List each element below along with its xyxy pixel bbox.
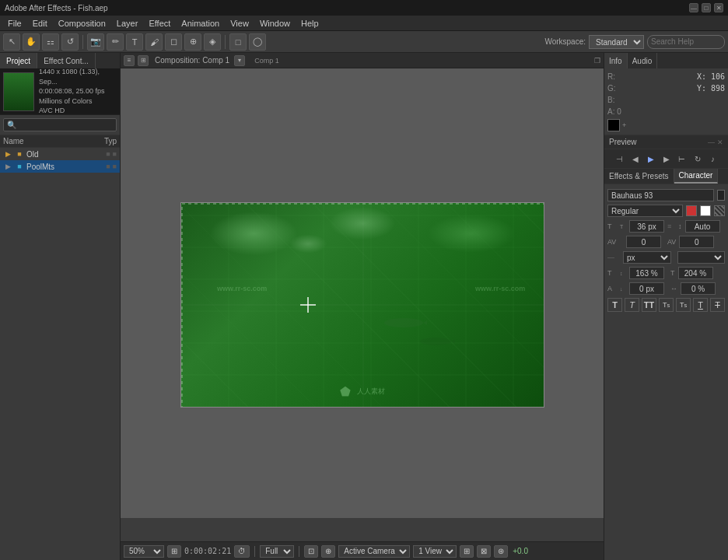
transport-step-back[interactable]: ◀: [629, 152, 642, 165]
tool-pen[interactable]: ✏: [107, 33, 124, 51]
horiz-scale-input[interactable]: [678, 267, 713, 279]
project-item-old[interactable]: ▶ ■ Old ■ ■: [0, 148, 120, 160]
info-g-label: G:: [607, 84, 616, 93]
menu-animation[interactable]: Animation: [177, 17, 224, 30]
camera-select[interactable]: Active Camera: [338, 545, 410, 558]
menu-view[interactable]: View: [226, 17, 254, 30]
resolution-btn[interactable]: ⊞: [167, 545, 181, 558]
vert-scale-input[interactable]: [629, 267, 664, 279]
menu-window[interactable]: Window: [255, 17, 295, 30]
info-color-section: R: G: B: A: 0: [607, 72, 725, 117]
view-select[interactable]: 1 View: [413, 545, 457, 558]
horiz-scale-icon: T: [670, 269, 675, 277]
preview-close-icon[interactable]: ✕: [717, 138, 723, 146]
workspace-select[interactable]: Standard: [589, 35, 644, 49]
view-settings-btn[interactable]: ⊛: [494, 545, 508, 558]
font-style-select[interactable]: Regular Bold Italic: [607, 205, 683, 217]
tool-puppet[interactable]: ◈: [204, 33, 221, 51]
tab-info[interactable]: Info: [604, 53, 628, 68]
search-input[interactable]: [647, 35, 725, 49]
style-btn-T[interactable]: T: [607, 298, 622, 312]
watermark-tr: www.rr-sc.com: [475, 285, 525, 292]
maximize-button[interactable]: □: [702, 3, 711, 12]
tab-effects-presets[interactable]: Effects & Presets: [604, 169, 674, 184]
project-item-poolmts[interactable]: ▶ ■ PoolMts ■ ■: [0, 160, 120, 173]
menu-effect[interactable]: Effect: [144, 17, 175, 30]
crosshair: [300, 297, 316, 313]
tool-stamp[interactable]: ⊕: [184, 33, 201, 51]
tool-select[interactable]: ↖: [3, 33, 20, 51]
color-swatch-transparent[interactable]: [714, 205, 725, 216]
col-name: Name: [3, 137, 97, 145]
comp-expand-btn[interactable]: ❐: [594, 57, 600, 65]
style-btn-italic[interactable]: T: [625, 298, 639, 312]
preview-collapse-icon[interactable]: —: [708, 138, 715, 146]
unit-select2[interactable]: [677, 251, 726, 264]
left-panel: Project Effect Cont... 1440 x 1080 (1: [0, 53, 121, 560]
color-swatch-white[interactable]: [700, 205, 711, 216]
overlay-btn[interactable]: ⊕: [321, 545, 335, 558]
minimize-button[interactable]: —: [689, 3, 698, 12]
quality-select[interactable]: Full Half: [260, 545, 294, 558]
tab-project[interactable]: Project: [0, 53, 37, 68]
close-button[interactable]: ✕: [714, 3, 723, 12]
transport-first-frame[interactable]: ⊣: [614, 152, 626, 165]
kerning-input[interactable]: [626, 236, 661, 248]
tab-effect-controls[interactable]: Effect Cont...: [37, 53, 96, 68]
comp-panel-header: ≡ ⊞ Composition: Comp 1 ▾ Comp 1 ❐: [121, 53, 604, 68]
transport-play[interactable]: ▶: [645, 152, 657, 165]
comp-dropdown-icon[interactable]: ▾: [234, 55, 245, 66]
menu-help[interactable]: Help: [296, 17, 324, 30]
timecode-btn[interactable]: ⏱: [234, 545, 250, 558]
tracking-input[interactable]: [679, 236, 714, 248]
kerning-label: AV: [607, 238, 623, 246]
tab-character[interactable]: Character: [674, 169, 719, 184]
item-label-old: Old: [26, 150, 103, 159]
tool-shape[interactable]: □: [229, 33, 247, 51]
tool-text[interactable]: T: [126, 33, 143, 51]
project-search-input[interactable]: [3, 118, 117, 131]
zoom-select[interactable]: 50% 100%: [124, 545, 164, 558]
font-size-input[interactable]: [629, 220, 664, 233]
menu-layer[interactable]: Layer: [112, 17, 143, 30]
menu-file[interactable]: File: [3, 17, 26, 30]
font-family-input[interactable]: [607, 189, 714, 201]
tsf-input[interactable]: [681, 282, 716, 295]
tool-zoom[interactable]: ⚏: [42, 33, 59, 51]
project-column-headers: Name Typ: [0, 135, 120, 148]
tool-rotate[interactable]: ↺: [61, 33, 79, 51]
style-btn-Tsub[interactable]: Ts: [659, 298, 674, 312]
project-search: [0, 115, 120, 135]
style-btn-T_strike[interactable]: T: [710, 298, 725, 312]
style-btn-TT[interactable]: TT: [642, 298, 656, 312]
snap-btn[interactable]: ⊠: [477, 545, 491, 558]
tool-eraser[interactable]: ◻: [165, 33, 182, 51]
grid-btn[interactable]: ⊞: [460, 545, 474, 558]
leading-input[interactable]: [685, 220, 720, 233]
transparency-btn[interactable]: ⊡: [304, 545, 318, 558]
comp-viewport[interactable]: www.rr-sc.com www.rr-sc.com ⬟ 人人素材: [121, 68, 604, 541]
tool-move[interactable]: ✋: [23, 33, 40, 51]
svg-marker-3: [423, 318, 427, 327]
info-rgba: R: G: B: A: 0: [607, 72, 621, 117]
tool-camera[interactable]: 📷: [87, 33, 104, 51]
style-btn-Tsup[interactable]: Ts: [676, 298, 691, 312]
style-btn-T_under[interactable]: T: [693, 298, 708, 312]
menu-edit[interactable]: Edit: [28, 17, 52, 30]
transport-loop[interactable]: ↻: [691, 152, 704, 165]
transport-last-frame[interactable]: ⊢: [676, 152, 688, 165]
info-y-row: Y: 898: [697, 83, 725, 93]
color-picker-swatch[interactable]: [607, 119, 620, 131]
info-x-row: X: 106: [697, 72, 725, 82]
svg-point-4: [420, 338, 451, 345]
unit-select[interactable]: px %: [623, 251, 671, 264]
transport-audio[interactable]: ♪: [707, 152, 719, 165]
menu-composition[interactable]: Composition: [54, 17, 110, 30]
tool-mask[interactable]: ◯: [249, 33, 266, 51]
toolbar: ↖ ✋ ⚏ ↺ 📷 ✏ T 🖌 ◻ ⊕ ◈ □ ◯ Workspace: Sta…: [0, 31, 728, 53]
tool-brush[interactable]: 🖌: [145, 33, 163, 51]
tab-audio[interactable]: Audio: [628, 53, 658, 68]
baseline-input[interactable]: [629, 282, 664, 295]
transport-step-fwd[interactable]: ▶: [660, 152, 673, 165]
color-swatch-red[interactable]: [686, 205, 697, 216]
